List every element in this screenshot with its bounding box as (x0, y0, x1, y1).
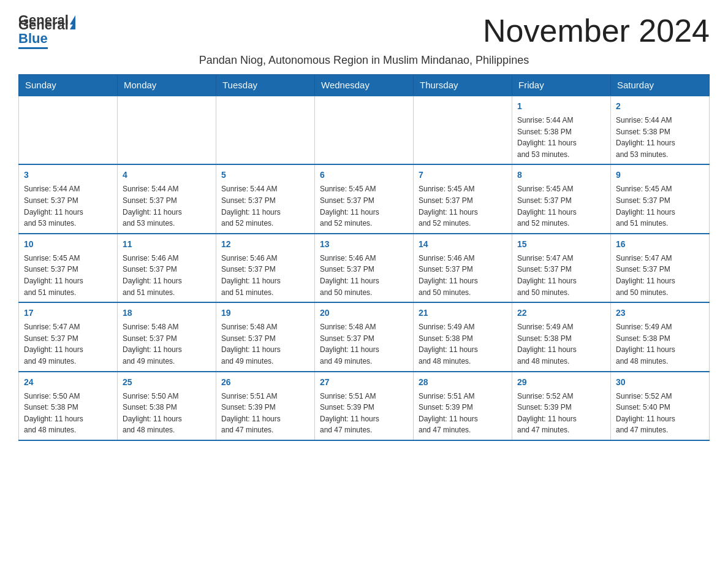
day-info: Sunrise: 5:44 AM Sunset: 5:38 PM Dayligh… (517, 115, 605, 160)
day-info: Sunrise: 5:45 AM Sunset: 5:37 PM Dayligh… (320, 183, 408, 229)
calendar-cell: 7Sunrise: 5:45 AM Sunset: 5:37 PM Daylig… (414, 164, 512, 233)
day-info: Sunrise: 5:52 AM Sunset: 5:39 PM Dayligh… (517, 391, 605, 436)
calendar-cell (118, 96, 216, 164)
page-header: General General Blue November 2024 (18, 12, 710, 49)
calendar-cell: 5Sunrise: 5:44 AM Sunset: 5:37 PM Daylig… (216, 164, 315, 233)
col-header-monday: Monday (118, 75, 216, 96)
day-number: 17 (24, 307, 112, 320)
calendar-cell: 8Sunrise: 5:45 AM Sunset: 5:37 PM Daylig… (512, 164, 611, 233)
logo-triangle-icon2 (70, 20, 75, 29)
day-number: 4 (123, 169, 211, 182)
day-info: Sunrise: 5:46 AM Sunset: 5:37 PM Dayligh… (221, 253, 309, 298)
calendar-cell: 6Sunrise: 5:45 AM Sunset: 5:37 PM Daylig… (315, 164, 414, 233)
calendar-cell: 23Sunrise: 5:49 AM Sunset: 5:38 PM Dayli… (611, 302, 710, 371)
logo: General General Blue (18, 12, 76, 49)
day-info: Sunrise: 5:52 AM Sunset: 5:40 PM Dayligh… (616, 391, 704, 436)
calendar-cell: 13Sunrise: 5:46 AM Sunset: 5:37 PM Dayli… (315, 234, 414, 302)
col-header-wednesday: Wednesday (315, 75, 414, 96)
day-info: Sunrise: 5:48 AM Sunset: 5:37 PM Dayligh… (320, 321, 408, 367)
day-number: 29 (517, 376, 605, 389)
col-header-friday: Friday (512, 75, 611, 96)
day-info: Sunrise: 5:49 AM Sunset: 5:38 PM Dayligh… (419, 321, 507, 367)
day-info: Sunrise: 5:51 AM Sunset: 5:39 PM Dayligh… (320, 391, 408, 436)
day-number: 22 (517, 307, 605, 320)
day-info: Sunrise: 5:45 AM Sunset: 5:37 PM Dayligh… (24, 253, 112, 298)
calendar-cell: 9Sunrise: 5:45 AM Sunset: 5:37 PM Daylig… (611, 164, 710, 233)
col-header-sunday: Sunday (19, 75, 118, 96)
col-header-thursday: Thursday (414, 75, 512, 96)
day-number: 6 (320, 169, 408, 182)
day-info: Sunrise: 5:48 AM Sunset: 5:37 PM Dayligh… (123, 321, 211, 367)
day-number: 25 (123, 376, 211, 389)
day-info: Sunrise: 5:51 AM Sunset: 5:39 PM Dayligh… (221, 391, 309, 436)
calendar-cell: 28Sunrise: 5:51 AM Sunset: 5:39 PM Dayli… (414, 372, 512, 440)
day-number: 5 (221, 169, 309, 182)
day-number: 7 (419, 169, 507, 182)
logo-blue-text: Blue (18, 31, 48, 46)
day-number: 11 (123, 238, 211, 251)
day-number: 26 (221, 376, 309, 389)
calendar-cell: 14Sunrise: 5:46 AM Sunset: 5:37 PM Dayli… (414, 234, 512, 302)
calendar-cell (315, 96, 414, 164)
calendar-week-5: 24Sunrise: 5:50 AM Sunset: 5:38 PM Dayli… (19, 372, 710, 440)
calendar-cell: 24Sunrise: 5:50 AM Sunset: 5:38 PM Dayli… (19, 372, 118, 440)
day-number: 21 (419, 307, 507, 320)
day-number: 15 (517, 238, 605, 251)
calendar-cell (414, 96, 512, 164)
day-info: Sunrise: 5:49 AM Sunset: 5:38 PM Dayligh… (616, 321, 704, 367)
calendar-cell: 30Sunrise: 5:52 AM Sunset: 5:40 PM Dayli… (611, 372, 710, 440)
calendar-cell: 12Sunrise: 5:46 AM Sunset: 5:37 PM Dayli… (216, 234, 315, 302)
day-number: 2 (616, 100, 704, 113)
day-info: Sunrise: 5:47 AM Sunset: 5:37 PM Dayligh… (616, 253, 704, 298)
day-info: Sunrise: 5:46 AM Sunset: 5:37 PM Dayligh… (123, 253, 211, 298)
day-number: 19 (221, 307, 309, 320)
calendar-cell (216, 96, 315, 164)
day-info: Sunrise: 5:49 AM Sunset: 5:38 PM Dayligh… (517, 321, 605, 367)
day-number: 3 (24, 169, 112, 182)
calendar-cell: 15Sunrise: 5:47 AM Sunset: 5:37 PM Dayli… (512, 234, 611, 302)
subtitle: Pandan Niog, Autonomous Region in Muslim… (18, 54, 710, 67)
day-number: 20 (320, 307, 408, 320)
day-info: Sunrise: 5:45 AM Sunset: 5:37 PM Dayligh… (419, 183, 507, 229)
day-info: Sunrise: 5:50 AM Sunset: 5:38 PM Dayligh… (24, 391, 112, 436)
calendar-cell: 26Sunrise: 5:51 AM Sunset: 5:39 PM Dayli… (216, 372, 315, 440)
calendar-cell: 1Sunrise: 5:44 AM Sunset: 5:38 PM Daylig… (512, 96, 611, 164)
calendar-week-2: 3Sunrise: 5:44 AM Sunset: 5:37 PM Daylig… (19, 164, 710, 233)
calendar-cell: 4Sunrise: 5:44 AM Sunset: 5:37 PM Daylig… (118, 164, 216, 233)
day-number: 30 (616, 376, 704, 389)
calendar-cell: 29Sunrise: 5:52 AM Sunset: 5:39 PM Dayli… (512, 372, 611, 440)
day-number: 12 (221, 238, 309, 251)
day-info: Sunrise: 5:45 AM Sunset: 5:37 PM Dayligh… (517, 183, 605, 229)
calendar-week-4: 17Sunrise: 5:47 AM Sunset: 5:37 PM Dayli… (19, 302, 710, 371)
day-number: 27 (320, 376, 408, 389)
day-info: Sunrise: 5:50 AM Sunset: 5:38 PM Dayligh… (123, 391, 211, 436)
calendar-cell: 16Sunrise: 5:47 AM Sunset: 5:37 PM Dayli… (611, 234, 710, 302)
calendar-cell: 17Sunrise: 5:47 AM Sunset: 5:37 PM Dayli… (19, 302, 118, 371)
calendar-cell: 21Sunrise: 5:49 AM Sunset: 5:38 PM Dayli… (414, 302, 512, 371)
calendar-cell: 27Sunrise: 5:51 AM Sunset: 5:39 PM Dayli… (315, 372, 414, 440)
day-info: Sunrise: 5:48 AM Sunset: 5:37 PM Dayligh… (221, 321, 309, 367)
calendar-cell: 3Sunrise: 5:44 AM Sunset: 5:37 PM Daylig… (19, 164, 118, 233)
day-number: 1 (517, 100, 605, 113)
day-info: Sunrise: 5:46 AM Sunset: 5:37 PM Dayligh… (320, 253, 408, 298)
day-number: 10 (24, 238, 112, 251)
calendar-cell: 10Sunrise: 5:45 AM Sunset: 5:37 PM Dayli… (19, 234, 118, 302)
calendar-cell: 11Sunrise: 5:46 AM Sunset: 5:37 PM Dayli… (118, 234, 216, 302)
day-number: 8 (517, 169, 605, 182)
day-info: Sunrise: 5:46 AM Sunset: 5:37 PM Dayligh… (419, 253, 507, 298)
calendar-cell (19, 96, 118, 164)
calendar-cell: 19Sunrise: 5:48 AM Sunset: 5:37 PM Dayli… (216, 302, 315, 371)
day-number: 23 (616, 307, 704, 320)
day-info: Sunrise: 5:44 AM Sunset: 5:37 PM Dayligh… (221, 183, 309, 229)
day-number: 18 (123, 307, 211, 320)
calendar-cell: 18Sunrise: 5:48 AM Sunset: 5:37 PM Dayli… (118, 302, 216, 371)
day-number: 13 (320, 238, 408, 251)
day-info: Sunrise: 5:47 AM Sunset: 5:37 PM Dayligh… (24, 321, 112, 367)
day-info: Sunrise: 5:47 AM Sunset: 5:37 PM Dayligh… (517, 253, 605, 298)
calendar-cell: 25Sunrise: 5:50 AM Sunset: 5:38 PM Dayli… (118, 372, 216, 440)
day-number: 24 (24, 376, 112, 389)
calendar-header-row: SundayMondayTuesdayWednesdayThursdayFrid… (19, 75, 710, 96)
day-info: Sunrise: 5:44 AM Sunset: 5:37 PM Dayligh… (123, 183, 211, 229)
calendar-cell: 20Sunrise: 5:48 AM Sunset: 5:37 PM Dayli… (315, 302, 414, 371)
day-number: 14 (419, 238, 507, 251)
